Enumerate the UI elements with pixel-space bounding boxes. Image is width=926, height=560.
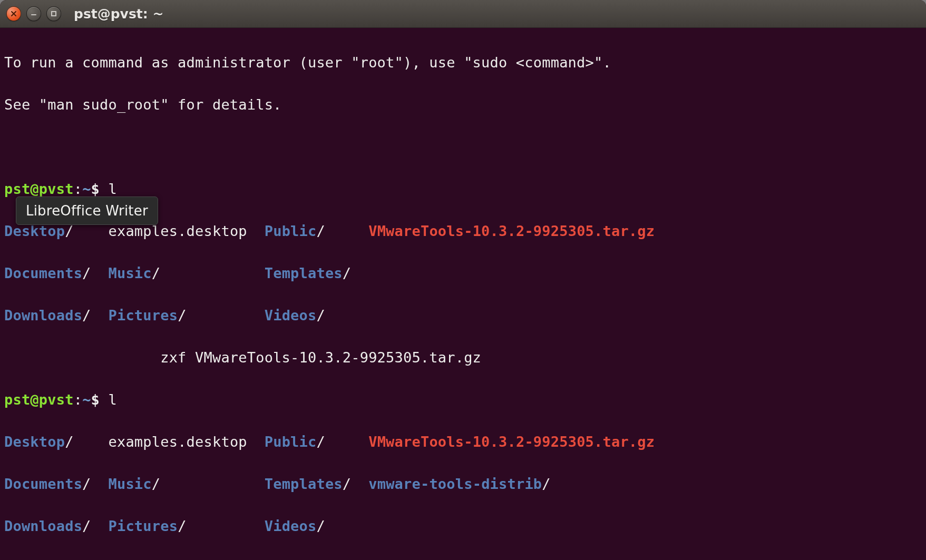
ls-dir: Pictures — [109, 518, 178, 534]
ls-dir: Documents — [4, 476, 82, 492]
ls-dir: Templates — [265, 265, 343, 281]
minimize-icon[interactable] — [26, 6, 41, 21]
window-title: pst@pvst: ~ — [74, 6, 163, 22]
command-text: l — [109, 391, 117, 408]
prompt-sep: : — [74, 181, 82, 197]
close-icon[interactable] — [6, 6, 21, 21]
ls-file: examples.desktop — [109, 223, 247, 239]
ls-file: examples.desktop — [109, 434, 247, 450]
ls-slash: / — [316, 434, 325, 450]
ls-archive: VMwareTools-10.3.2-9925305.tar.gz — [368, 223, 655, 239]
ls-slash: / — [82, 518, 91, 534]
ls-slash: / — [316, 518, 325, 534]
prompt-sep: : — [74, 391, 82, 408]
ls-dir: Desktop — [4, 223, 65, 239]
ls-slash: / — [82, 265, 91, 281]
ls-slash: / — [343, 265, 351, 281]
ls-dir: Videos — [265, 518, 317, 534]
terminal-body[interactable]: To run a command as administrator (user … — [0, 28, 926, 560]
ls-slash: / — [178, 518, 186, 534]
ls-slash: / — [82, 476, 91, 492]
ls-slash: / — [343, 476, 351, 492]
terminal-window: pst@pvst: ~ To run a command as administ… — [0, 0, 926, 560]
ls-slash: / — [82, 307, 91, 323]
ls-slash: / — [178, 307, 186, 323]
command-text: l — [109, 181, 117, 197]
ls-slash: / — [65, 223, 73, 239]
command-text: zxf VMwareTools-10.3.2-9925305.tar.gz — [160, 349, 481, 366]
maximize-icon[interactable] — [46, 6, 61, 21]
ls-slash: / — [152, 476, 160, 492]
ls-slash: / — [152, 265, 160, 281]
prompt-userhost: pst@pvst — [4, 391, 74, 408]
ls-dir: Desktop — [4, 434, 65, 450]
ls-dir: vmware-tools-distrib — [368, 476, 542, 492]
ls-archive: VMwareTools-10.3.2-9925305.tar.gz — [368, 434, 655, 450]
ls-dir: Documents — [4, 265, 82, 281]
ls-dir: Public — [265, 434, 317, 450]
prompt-symbol: $ — [91, 181, 100, 197]
prompt-path: ~ — [82, 391, 91, 408]
ls-dir: Public — [265, 223, 317, 239]
svg-rect-0 — [52, 12, 56, 16]
ls-dir: Templates — [265, 476, 343, 492]
ls-slash: / — [542, 476, 550, 492]
prompt-symbol: $ — [91, 391, 100, 408]
motd-line: See "man sudo_root" for details. — [4, 96, 282, 113]
titlebar[interactable]: pst@pvst: ~ — [0, 0, 926, 28]
motd-line: To run a command as administrator (user … — [4, 54, 611, 71]
prompt-userhost: pst@pvst — [4, 181, 74, 197]
ls-dir: Downloads — [4, 518, 82, 534]
prompt-path: ~ — [82, 181, 91, 197]
ls-dir: Videos — [265, 307, 317, 323]
ls-dir: Downloads — [4, 307, 82, 323]
ls-slash: / — [65, 434, 73, 450]
ls-slash: / — [316, 223, 325, 239]
tooltip: LibreOffice Writer — [16, 197, 158, 225]
ls-dir: Pictures — [109, 307, 178, 323]
ls-slash: / — [316, 307, 325, 323]
ls-dir: Music — [109, 476, 152, 492]
ls-dir: Music — [109, 265, 152, 281]
